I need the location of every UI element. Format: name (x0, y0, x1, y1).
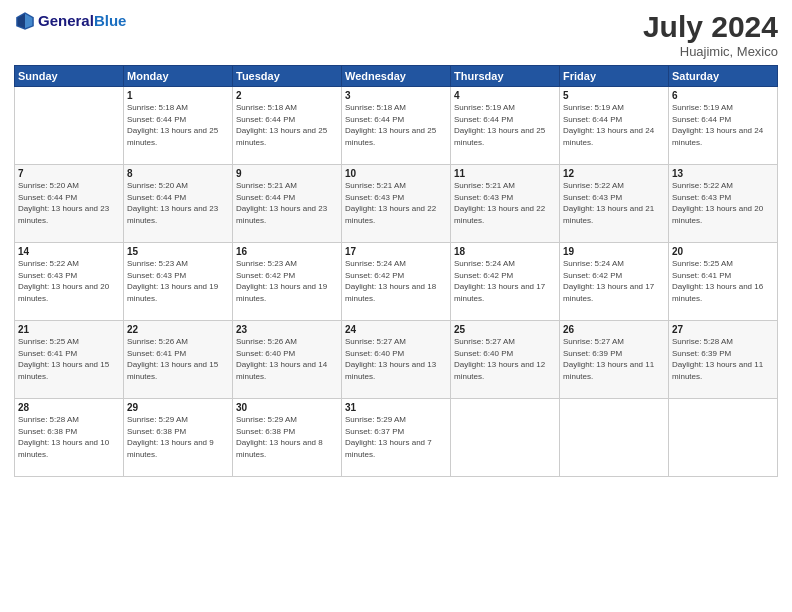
calendar-cell: 3Sunrise: 5:18 AMSunset: 6:44 PMDaylight… (342, 87, 451, 165)
cell-info: Sunrise: 5:27 AMSunset: 6:39 PMDaylight:… (563, 336, 665, 382)
day-number: 6 (672, 90, 774, 101)
cell-info: Sunrise: 5:20 AMSunset: 6:44 PMDaylight:… (127, 180, 229, 226)
calendar-cell: 13Sunrise: 5:22 AMSunset: 6:43 PMDayligh… (669, 165, 778, 243)
logo-text: GeneralBlue (38, 13, 126, 30)
calendar-cell: 25Sunrise: 5:27 AMSunset: 6:40 PMDayligh… (451, 321, 560, 399)
day-number: 29 (127, 402, 229, 413)
calendar-cell: 1Sunrise: 5:18 AMSunset: 6:44 PMDaylight… (124, 87, 233, 165)
calendar-cell (669, 399, 778, 477)
calendar-cell: 15Sunrise: 5:23 AMSunset: 6:43 PMDayligh… (124, 243, 233, 321)
cell-info: Sunrise: 5:19 AMSunset: 6:44 PMDaylight:… (563, 102, 665, 148)
month-title: July 2024 (643, 10, 778, 44)
day-number: 31 (345, 402, 447, 413)
cell-info: Sunrise: 5:25 AMSunset: 6:41 PMDaylight:… (672, 258, 774, 304)
day-number: 11 (454, 168, 556, 179)
calendar-cell: 12Sunrise: 5:22 AMSunset: 6:43 PMDayligh… (560, 165, 669, 243)
day-number: 14 (18, 246, 120, 257)
cell-info: Sunrise: 5:29 AMSunset: 6:38 PMDaylight:… (236, 414, 338, 460)
cell-info: Sunrise: 5:22 AMSunset: 6:43 PMDaylight:… (563, 180, 665, 226)
calendar-cell: 18Sunrise: 5:24 AMSunset: 6:42 PMDayligh… (451, 243, 560, 321)
cell-info: Sunrise: 5:18 AMSunset: 6:44 PMDaylight:… (345, 102, 447, 148)
calendar-cell: 29Sunrise: 5:29 AMSunset: 6:38 PMDayligh… (124, 399, 233, 477)
day-header-saturday: Saturday (669, 66, 778, 87)
calendar-cell: 31Sunrise: 5:29 AMSunset: 6:37 PMDayligh… (342, 399, 451, 477)
day-number: 7 (18, 168, 120, 179)
calendar-cell: 8Sunrise: 5:20 AMSunset: 6:44 PMDaylight… (124, 165, 233, 243)
cell-info: Sunrise: 5:23 AMSunset: 6:43 PMDaylight:… (127, 258, 229, 304)
day-number: 9 (236, 168, 338, 179)
cell-info: Sunrise: 5:21 AMSunset: 6:44 PMDaylight:… (236, 180, 338, 226)
day-number: 28 (18, 402, 120, 413)
cell-info: Sunrise: 5:18 AMSunset: 6:44 PMDaylight:… (236, 102, 338, 148)
day-number: 18 (454, 246, 556, 257)
calendar-cell: 23Sunrise: 5:26 AMSunset: 6:40 PMDayligh… (233, 321, 342, 399)
day-number: 21 (18, 324, 120, 335)
day-number: 17 (345, 246, 447, 257)
cell-info: Sunrise: 5:25 AMSunset: 6:41 PMDaylight:… (18, 336, 120, 382)
calendar-cell: 30Sunrise: 5:29 AMSunset: 6:38 PMDayligh… (233, 399, 342, 477)
day-number: 15 (127, 246, 229, 257)
day-header-wednesday: Wednesday (342, 66, 451, 87)
cell-info: Sunrise: 5:24 AMSunset: 6:42 PMDaylight:… (454, 258, 556, 304)
cell-info: Sunrise: 5:18 AMSunset: 6:44 PMDaylight:… (127, 102, 229, 148)
page-header: GeneralBlue July 2024 Huajimic, Mexico (14, 10, 778, 59)
day-number: 20 (672, 246, 774, 257)
calendar-table: SundayMondayTuesdayWednesdayThursdayFrid… (14, 65, 778, 477)
calendar-cell: 17Sunrise: 5:24 AMSunset: 6:42 PMDayligh… (342, 243, 451, 321)
cell-info: Sunrise: 5:28 AMSunset: 6:39 PMDaylight:… (672, 336, 774, 382)
cell-info: Sunrise: 5:21 AMSunset: 6:43 PMDaylight:… (454, 180, 556, 226)
cell-info: Sunrise: 5:22 AMSunset: 6:43 PMDaylight:… (672, 180, 774, 226)
calendar-cell: 7Sunrise: 5:20 AMSunset: 6:44 PMDaylight… (15, 165, 124, 243)
day-number: 30 (236, 402, 338, 413)
day-number: 19 (563, 246, 665, 257)
calendar-cell: 10Sunrise: 5:21 AMSunset: 6:43 PMDayligh… (342, 165, 451, 243)
calendar-cell: 6Sunrise: 5:19 AMSunset: 6:44 PMDaylight… (669, 87, 778, 165)
calendar-cell: 5Sunrise: 5:19 AMSunset: 6:44 PMDaylight… (560, 87, 669, 165)
day-number: 27 (672, 324, 774, 335)
day-number: 2 (236, 90, 338, 101)
calendar-cell: 14Sunrise: 5:22 AMSunset: 6:43 PMDayligh… (15, 243, 124, 321)
day-number: 8 (127, 168, 229, 179)
cell-info: Sunrise: 5:29 AMSunset: 6:38 PMDaylight:… (127, 414, 229, 460)
calendar-header: SundayMondayTuesdayWednesdayThursdayFrid… (15, 66, 778, 87)
cell-info: Sunrise: 5:26 AMSunset: 6:41 PMDaylight:… (127, 336, 229, 382)
calendar-cell: 26Sunrise: 5:27 AMSunset: 6:39 PMDayligh… (560, 321, 669, 399)
day-number: 25 (454, 324, 556, 335)
day-header-sunday: Sunday (15, 66, 124, 87)
day-number: 23 (236, 324, 338, 335)
day-number: 3 (345, 90, 447, 101)
title-block: July 2024 Huajimic, Mexico (643, 10, 778, 59)
cell-info: Sunrise: 5:28 AMSunset: 6:38 PMDaylight:… (18, 414, 120, 460)
cell-info: Sunrise: 5:21 AMSunset: 6:43 PMDaylight:… (345, 180, 447, 226)
cell-info: Sunrise: 5:22 AMSunset: 6:43 PMDaylight:… (18, 258, 120, 304)
day-header-monday: Monday (124, 66, 233, 87)
day-number: 13 (672, 168, 774, 179)
day-number: 12 (563, 168, 665, 179)
cell-info: Sunrise: 5:27 AMSunset: 6:40 PMDaylight:… (454, 336, 556, 382)
calendar-cell: 20Sunrise: 5:25 AMSunset: 6:41 PMDayligh… (669, 243, 778, 321)
cell-info: Sunrise: 5:20 AMSunset: 6:44 PMDaylight:… (18, 180, 120, 226)
cell-info: Sunrise: 5:29 AMSunset: 6:37 PMDaylight:… (345, 414, 447, 460)
cell-info: Sunrise: 5:24 AMSunset: 6:42 PMDaylight:… (345, 258, 447, 304)
calendar-cell: 27Sunrise: 5:28 AMSunset: 6:39 PMDayligh… (669, 321, 778, 399)
day-number: 1 (127, 90, 229, 101)
calendar-cell (451, 399, 560, 477)
day-number: 16 (236, 246, 338, 257)
day-number: 24 (345, 324, 447, 335)
day-number: 22 (127, 324, 229, 335)
day-header-thursday: Thursday (451, 66, 560, 87)
day-number: 10 (345, 168, 447, 179)
calendar-body: 1Sunrise: 5:18 AMSunset: 6:44 PMDaylight… (15, 87, 778, 477)
calendar-cell: 28Sunrise: 5:28 AMSunset: 6:38 PMDayligh… (15, 399, 124, 477)
day-number: 4 (454, 90, 556, 101)
cell-info: Sunrise: 5:19 AMSunset: 6:44 PMDaylight:… (672, 102, 774, 148)
cell-info: Sunrise: 5:23 AMSunset: 6:42 PMDaylight:… (236, 258, 338, 304)
calendar-cell: 19Sunrise: 5:24 AMSunset: 6:42 PMDayligh… (560, 243, 669, 321)
calendar-cell (560, 399, 669, 477)
cell-info: Sunrise: 5:26 AMSunset: 6:40 PMDaylight:… (236, 336, 338, 382)
calendar-cell: 24Sunrise: 5:27 AMSunset: 6:40 PMDayligh… (342, 321, 451, 399)
logo-icon (14, 10, 36, 32)
day-number: 26 (563, 324, 665, 335)
day-header-friday: Friday (560, 66, 669, 87)
calendar-cell: 16Sunrise: 5:23 AMSunset: 6:42 PMDayligh… (233, 243, 342, 321)
